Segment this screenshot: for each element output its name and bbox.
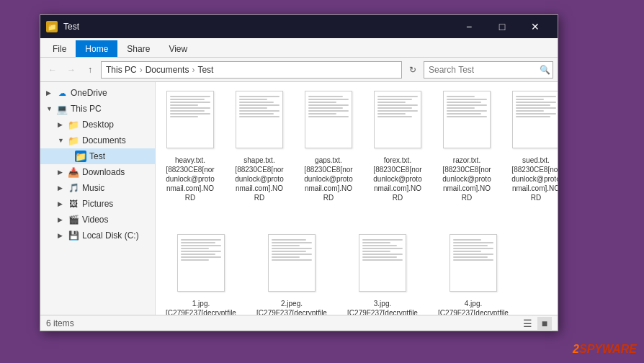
file-name: 2.jpeg.[C279F237[decryptfilekhoda@proton… (255, 299, 328, 315)
file-line (362, 242, 390, 243)
file-icon (303, 91, 354, 153)
list-item[interactable]: heavy.txt.[88230CE8[nordunlock@protonmai… (161, 88, 219, 205)
list-item[interactable]: razor.txt.[88230CE8[nordunlock@protonmai… (438, 88, 496, 205)
sidebar-item-thispc[interactable]: ▼ 💻 This PC (40, 101, 155, 117)
file-name: heavy.txt.[88230CE8[nordunlock@protonmai… (164, 156, 216, 202)
sidebar-item-pictures[interactable]: ▶ 🖼 Pictures (40, 196, 155, 212)
title-controls[interactable]: − □ ✕ (452, 15, 552, 38)
pc-icon: 💻 (56, 103, 68, 115)
sidebar-item-videos[interactable]: ▶ 🎬 Videos (40, 212, 155, 228)
sidebar-item-onedrive[interactable]: ▶ ☁ OneDrive (40, 85, 155, 101)
file-line (181, 248, 209, 249)
close-button[interactable]: ✕ (519, 15, 552, 38)
file-icon (372, 91, 424, 153)
file-line (181, 239, 221, 241)
file-line (181, 256, 221, 258)
sidebar-label-onedrive: OneDrive (71, 88, 107, 98)
list-item[interactable]: forex.txt.[88230CE8[nordunlock@protonmai… (369, 88, 426, 205)
breadcrumb-pc[interactable]: This PC (106, 65, 137, 75)
disk-icon: 💾 (68, 230, 79, 241)
back-button[interactable]: ← (45, 62, 61, 78)
chevron-down-icon2: ▼ (58, 137, 68, 144)
file-line (239, 96, 279, 97)
title-bar: 📁 Test − □ ✕ (40, 15, 558, 38)
file-line (453, 248, 493, 249)
onedrive-icon: ☁ (56, 87, 68, 99)
breadcrumb-docs[interactable]: Documents (146, 65, 189, 75)
file-line (447, 116, 487, 117)
file-line (447, 102, 481, 103)
tab-file[interactable]: File (43, 40, 76, 57)
file-paper (177, 234, 225, 292)
detail-view-button[interactable]: ■ (537, 317, 552, 330)
minimize-button[interactable]: − (452, 15, 486, 38)
search-icon: 🔍 (540, 65, 550, 75)
file-line (308, 99, 349, 100)
sidebar-item-music[interactable]: ▶ 🎵 Music (40, 180, 155, 196)
file-line (362, 239, 403, 241)
file-icon (357, 234, 408, 296)
file-row-1: heavy.txt.[88230CE8[nordunlock@protonmai… (161, 88, 552, 205)
folder-icon-documents: 📁 (68, 135, 79, 146)
ribbon-tabs[interactable]: File Home Share View (40, 38, 558, 57)
file-icon (233, 91, 285, 153)
up-button[interactable]: ↑ (82, 62, 98, 78)
file-line (447, 99, 487, 100)
sidebar-item-test[interactable]: 📁 Test (40, 148, 155, 164)
separator: › (140, 65, 143, 75)
list-item[interactable]: 2.jpeg.[C279F237[decryptfilekhoda@proton… (252, 231, 331, 315)
file-line (447, 96, 475, 97)
file-name: forex.txt.[88230CE8[nordunlock@protonmai… (372, 156, 424, 202)
sidebar-label-music: Music (82, 183, 104, 193)
sidebar-label-thispc: This PC (71, 104, 102, 114)
file-paper (374, 91, 421, 148)
search-input[interactable] (429, 65, 537, 75)
file-line (362, 256, 397, 258)
file-line (170, 113, 210, 115)
sidebar-item-localdisk[interactable]: ▶ 💾 Local Disk (C:) (40, 228, 155, 243)
file-line (377, 102, 406, 103)
file-line (447, 113, 481, 115)
list-item[interactable]: 4.jpg.[C279F237[decryptfilekhoda@protonm… (434, 231, 513, 315)
file-icon (266, 234, 318, 296)
breadcrumb-test[interactable]: Test (197, 65, 213, 75)
list-item[interactable]: shape.txt.[88230CE8[nordunlock@protonmai… (231, 88, 288, 205)
file-line (170, 116, 198, 117)
file-name: razor.txt.[88230CE8[nordunlock@protonmai… (441, 156, 493, 202)
sidebar-item-desktop[interactable]: ▶ 📁 Desktop (40, 117, 155, 133)
file-paper (359, 234, 406, 292)
file-line (239, 107, 267, 109)
tab-home[interactable]: Home (76, 40, 117, 57)
file-name: 3.jpg.[C279F237[decryptfilekhoda@protonm… (346, 299, 419, 315)
sidebar: ▶ ☁ OneDrive ▼ 💻 This PC ▶ 📁 Desktop ▼ (40, 82, 156, 315)
list-item[interactable]: 3.jpg.[C279F237[decryptfilekhoda@protonm… (343, 231, 422, 315)
file-line (377, 113, 406, 115)
file-line (516, 110, 544, 112)
search-box[interactable]: 🔍 (424, 61, 553, 79)
file-line (170, 99, 205, 100)
sidebar-item-downloads[interactable]: ▶ 📥 Downloads (40, 164, 155, 180)
file-line (362, 248, 403, 249)
list-item[interactable]: 1.jpg.[C279F237[decryptfilekhoda@protonm… (161, 231, 241, 315)
file-line (516, 104, 550, 106)
file-line (170, 110, 205, 112)
view-controls[interactable]: ☰ ■ (520, 317, 552, 330)
file-name: sued.txt.[88230CE8[nordunlock@protonmail… (510, 156, 558, 202)
list-view-button[interactable]: ☰ (520, 317, 535, 330)
list-item[interactable]: gaps.txt.[88230CE8[nordunlock@protonmail… (300, 88, 357, 205)
file-line (308, 110, 349, 112)
tab-view[interactable]: View (159, 40, 197, 57)
title-bar-icons: 📁 (46, 21, 58, 32)
address-path[interactable]: This PC › Documents › Test (101, 61, 402, 79)
maximize-button[interactable]: □ (486, 15, 519, 38)
file-line (181, 259, 209, 261)
sidebar-label-documents: Documents (82, 135, 126, 145)
list-item[interactable]: sued.txt.[88230CE8[nordunlock@protonmail… (507, 88, 558, 205)
refresh-button[interactable]: ↻ (405, 62, 421, 78)
forward-button[interactable]: → (63, 62, 79, 78)
file-line (181, 254, 215, 255)
tab-share[interactable]: Share (117, 40, 159, 57)
sidebar-item-documents[interactable]: ▼ 📁 Documents (40, 133, 155, 148)
chevron-right-icon: ▶ (46, 89, 56, 97)
file-line (362, 245, 397, 246)
